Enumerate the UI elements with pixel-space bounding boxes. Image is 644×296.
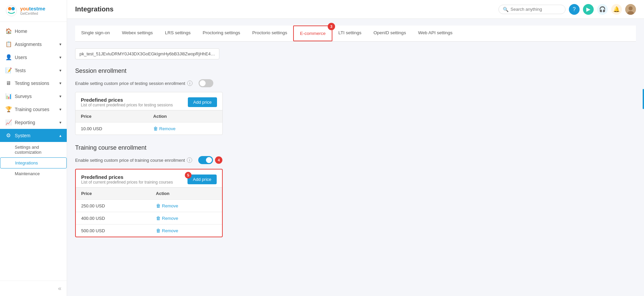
- tab-proctoring[interactable]: Proctoring settings: [197, 26, 246, 41]
- training-action-cell[interactable]: 🗑 Remove: [151, 225, 222, 237]
- session-remove-action[interactable]: 🗑 Remove: [153, 126, 217, 131]
- session-add-price-button[interactable]: Add price: [188, 97, 217, 107]
- logo-testme: testme: [29, 6, 45, 11]
- scrollbar-indicator: [643, 89, 644, 109]
- training-enrollment-label: Enable setting custom price of training …: [75, 158, 185, 163]
- toggle-slider: [198, 156, 213, 164]
- session-prices-header: Predefined prices List of current predef…: [75, 92, 222, 110]
- training-enrollment-toggle-row: Enable setting custom price of training …: [75, 156, 636, 164]
- training-remove-label-1[interactable]: Remove: [162, 216, 178, 221]
- sidebar-item-label: Home: [15, 29, 27, 34]
- session-enrollment-label: Enable setting custom price of testing s…: [75, 81, 185, 86]
- chevron-down-icon: ▾: [59, 107, 61, 112]
- training-prices-title-group: Predefined prices List of current predef…: [81, 174, 173, 185]
- session-enrollment-title: Session enrollment: [75, 67, 636, 75]
- svg-point-1: [8, 7, 11, 10]
- training-price-cell: 400.00 USD: [76, 212, 151, 225]
- sidebar-item-label: Assignments: [15, 42, 42, 47]
- session-price-table: Price Action 10.00 USD 🗑 Remove: [75, 110, 222, 135]
- session-enrollment-info-icon[interactable]: i: [187, 81, 193, 86]
- toggle-slider: [199, 79, 213, 87]
- chevron-down-icon: ▾: [59, 68, 61, 73]
- session-prices-title: Predefined prices: [81, 97, 173, 103]
- tab-webex[interactable]: Webex settings: [116, 26, 159, 41]
- logo-you: you: [20, 6, 29, 11]
- logo-text: youtestme GetCertified: [20, 6, 45, 16]
- tab-label: Proctoring settings: [203, 30, 240, 35]
- training-action-cell[interactable]: 🗑 Remove: [151, 212, 222, 225]
- sidebar-item-assignments[interactable]: 📋 Assignments ▾: [0, 38, 67, 51]
- training-remove-action-1[interactable]: 🗑 Remove: [156, 215, 217, 221]
- sidebar-item-tests[interactable]: 📝 Tests ▾: [0, 64, 67, 77]
- trash-icon: 🗑: [153, 126, 158, 131]
- tab-webapi[interactable]: Web API settings: [412, 26, 459, 41]
- sidebar-collapse[interactable]: «: [0, 281, 67, 296]
- api-key-value[interactable]: pk_test_51JEvluDRMY0J43DX3GoEGkIgmHy6bB3…: [75, 48, 219, 59]
- training-remove-action-0[interactable]: 🗑 Remove: [156, 203, 217, 208]
- tab-ecommerce-wrapper: E-commerce 3: [293, 26, 332, 41]
- tab-lrs[interactable]: LRS settings: [159, 26, 197, 41]
- sidebar-sub-integrations[interactable]: Integrations: [0, 157, 67, 168]
- page-title: Integrations: [75, 5, 113, 13]
- sidebar-item-label: System: [15, 133, 31, 138]
- sidebar-item-training-courses[interactable]: 🏆 Training courses ▾: [0, 103, 67, 116]
- play-button[interactable]: ▶: [583, 4, 594, 15]
- header-actions: 🔍 ? ▶ 🎧 🔔: [498, 4, 636, 15]
- training-remove-action-2[interactable]: 🗑 Remove: [156, 228, 217, 233]
- trash-icon: 🗑: [156, 215, 161, 221]
- training-enrollment-info-icon[interactable]: i: [187, 157, 192, 163]
- session-enrollment-toggle[interactable]: [199, 79, 213, 87]
- svg-point-2: [11, 7, 15, 10]
- tab-label: Single sign-on: [81, 30, 110, 35]
- tab-ecommerce[interactable]: E-commerce: [293, 26, 332, 41]
- help-button[interactable]: ?: [569, 4, 580, 15]
- add-price-badge: 5: [185, 172, 192, 179]
- search-input[interactable]: [511, 7, 557, 12]
- sidebar-item-reporting[interactable]: 📈 Reporting ▾: [0, 116, 67, 129]
- training-toggle-badge: 4: [215, 156, 222, 164]
- logo-icon: [5, 5, 17, 17]
- surveys-icon: 📊: [5, 93, 11, 99]
- training-enrollment-toggle[interactable]: [198, 156, 213, 164]
- tab-label: Proctorio settings: [252, 30, 287, 35]
- tab-sso[interactable]: Single sign-on: [75, 26, 116, 41]
- session-price-col-header: Price: [75, 110, 148, 122]
- sidebar-sub-label: Settings and customization: [15, 145, 41, 155]
- training-add-price-button[interactable]: Add price: [187, 175, 217, 184]
- search-icon: 🔍: [503, 7, 508, 12]
- chevron-down-icon: ▾: [59, 94, 61, 99]
- sidebar-sub-maintenance[interactable]: Maintenance: [0, 168, 67, 179]
- training-remove-label-2[interactable]: Remove: [162, 228, 178, 233]
- sidebar-item-home[interactable]: 🏠 Home: [0, 24, 67, 38]
- sidebar-item-users[interactable]: 👤 Users ▾: [0, 51, 67, 64]
- sidebar-item-label: Reporting: [15, 120, 35, 125]
- tab-lti[interactable]: LTI settings: [332, 26, 368, 41]
- session-remove-label[interactable]: Remove: [159, 126, 175, 131]
- sidebar-item-label: Training courses: [15, 107, 49, 112]
- tab-proctorio[interactable]: Proctorio settings: [246, 26, 293, 41]
- sidebar-item-surveys[interactable]: 📊 Surveys ▾: [0, 90, 67, 103]
- table-row: 10.00 USD 🗑 Remove: [75, 122, 222, 135]
- table-row: 400.00 USD 🗑 Remove: [76, 212, 222, 225]
- avatar[interactable]: [625, 4, 636, 15]
- tab-openid[interactable]: OpenID settings: [368, 26, 412, 41]
- ecommerce-badge: 3: [328, 23, 335, 30]
- sidebar-item-testing-sessions[interactable]: 🖥 Testing sessions ▾: [0, 77, 67, 90]
- sidebar-item-system[interactable]: ⚙ System ▴: [0, 129, 67, 142]
- search-box[interactable]: 🔍: [498, 5, 566, 14]
- collapse-icon[interactable]: «: [58, 285, 61, 292]
- table-row: 500.00 USD 🗑 Remove: [76, 225, 222, 237]
- training-enrollment-section: Training course enrollment Enable settin…: [75, 144, 636, 237]
- tab-label: LRS settings: [165, 30, 191, 35]
- training-price-col-header: Price: [76, 188, 151, 200]
- session-prices-title-group: Predefined prices List of current predef…: [81, 97, 173, 107]
- headset-button[interactable]: 🎧: [597, 4, 608, 15]
- chevron-down-icon: ▾: [59, 55, 61, 60]
- sidebar-sub-settings[interactable]: Settings and customization: [0, 142, 67, 157]
- training-prices-subtitle: List of current predefined prices for tr…: [81, 180, 173, 185]
- training-action-cell[interactable]: 🗑 Remove: [151, 200, 222, 212]
- logo: youtestme GetCertified: [0, 0, 67, 22]
- session-action-cell[interactable]: 🗑 Remove: [148, 122, 222, 135]
- bell-button[interactable]: 🔔: [611, 4, 622, 15]
- training-remove-label-0[interactable]: Remove: [162, 203, 178, 208]
